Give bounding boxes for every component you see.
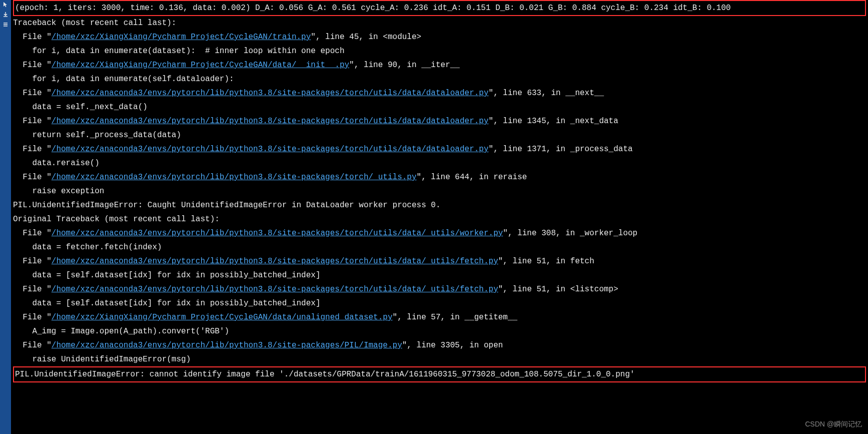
file-suffix: ", line 57, in __getitem__ <box>393 313 518 322</box>
highlighted-header-box: (epoch: 1, iters: 3000, time: 0.136, dat… <box>13 0 866 16</box>
highlighted-error-box: PIL.UnidentifiedImageError: cannot ident… <box>13 366 866 382</box>
file-suffix: ", line 633, in __next__ <box>489 89 604 98</box>
file-path-link[interactable]: /home/xzc/anaconda3/envs/pytorch/lib/pyt… <box>52 145 489 154</box>
left-sidebar <box>0 0 11 434</box>
file-path-link[interactable]: /home/xzc/anaconda3/envs/pytorch/lib/pyt… <box>52 89 489 98</box>
file-prefix: File " <box>13 285 52 294</box>
file-prefix: File " <box>13 341 52 350</box>
traceback-file-line: File "/home/xzc/anaconda3/envs/pytorch/l… <box>13 142 866 156</box>
file-prefix: File " <box>13 257 52 266</box>
traceback-file-line: File "/home/xzc/anaconda3/envs/pytorch/l… <box>13 254 866 268</box>
file-suffix: ", line 90, in __iter__ <box>349 61 460 70</box>
traceback-code-line: return self._process_data(data) <box>13 128 866 142</box>
file-path-link[interactable]: /home/xzc/anaconda3/envs/pytorch/lib/pyt… <box>52 229 503 238</box>
file-suffix: ", line 1345, in _next_data <box>489 117 618 126</box>
file-path-link[interactable]: /home/xzc/anaconda3/envs/pytorch/lib/pyt… <box>52 257 498 266</box>
traceback-header: Traceback (most recent call last): <box>13 16 866 30</box>
file-path-link[interactable]: /home/xzc/anaconda3/envs/pytorch/lib/pyt… <box>52 117 489 126</box>
file-path-link[interactable]: /home/xzc/anaconda3/envs/pytorch/lib/pyt… <box>52 341 402 350</box>
traceback-code-line: data = self._next_data() <box>13 100 866 114</box>
traceback-file-line: File "/home/xzc/anaconda3/envs/pytorch/l… <box>13 86 866 100</box>
file-suffix: ", line 51, in <listcomp> <box>498 285 618 294</box>
traceback-code-line: A_img = Image.open(A_path).convert('RGB'… <box>13 324 866 338</box>
traceback-code-line: raise UnidentifiedImageError(msg) <box>13 352 866 366</box>
watermark: CSDN @瞬间记忆 <box>805 417 862 431</box>
traceback-file-line: File "/home/xzc/XiangXiang/Pycharm_Proje… <box>13 30 866 44</box>
cursor-icon[interactable] <box>2 1 9 8</box>
file-path-link[interactable]: /home/xzc/XiangXiang/Pycharm_Project/Cyc… <box>52 61 349 70</box>
traceback-code-line: data = [self.dataset[idx] for idx in pos… <box>13 296 866 310</box>
file-prefix: File " <box>13 145 52 154</box>
file-suffix: ", line 3305, in open <box>402 341 503 350</box>
training-stats-line: (epoch: 1, iters: 3000, time: 0.136, dat… <box>15 1 864 15</box>
file-suffix: ", line 51, in fetch <box>498 257 594 266</box>
traceback-code-line: data.reraise() <box>13 156 866 170</box>
traceback-code-line: data = fetcher.fetch(index) <box>13 240 866 254</box>
file-prefix: File " <box>13 313 52 322</box>
file-path-link[interactable]: /home/xzc/anaconda3/envs/pytorch/lib/pyt… <box>52 173 417 182</box>
traceback-code-line: for i, data in enumerate(self.dataloader… <box>13 72 866 86</box>
file-suffix: ", line 45, in <module> <box>311 33 421 42</box>
error-caught-line: PIL.UnidentifiedImageError: Caught Unide… <box>13 198 866 212</box>
original-traceback-header: Original Traceback (most recent call las… <box>13 212 866 226</box>
file-path-link[interactable]: /home/xzc/XiangXiang/Pycharm_Project/Cyc… <box>52 313 393 322</box>
file-prefix: File " <box>13 61 52 70</box>
file-suffix: ", line 644, in reraise <box>417 173 527 182</box>
traceback-file-line: File "/home/xzc/anaconda3/envs/pytorch/l… <box>13 282 866 296</box>
file-prefix: File " <box>13 33 52 42</box>
terminal-output: (epoch: 1, iters: 3000, time: 0.136, dat… <box>11 0 868 434</box>
traceback-file-line: File "/home/xzc/XiangXiang/Pycharm_Proje… <box>13 310 866 324</box>
traceback-file-line: File "/home/xzc/XiangXiang/Pycharm_Proje… <box>13 58 866 72</box>
final-error-line: PIL.UnidentifiedImageError: cannot ident… <box>15 367 864 381</box>
traceback-file-line: File "/home/xzc/anaconda3/envs/pytorch/l… <box>13 170 866 184</box>
traceback-file-line: File "/home/xzc/anaconda3/envs/pytorch/l… <box>13 226 866 240</box>
traceback-code-line: for i, data in enumerate(dataset): # inn… <box>13 44 866 58</box>
file-prefix: File " <box>13 89 52 98</box>
list-icon[interactable] <box>2 21 9 28</box>
traceback-file-line: File "/home/xzc/anaconda3/envs/pytorch/l… <box>13 338 866 352</box>
file-prefix: File " <box>13 229 52 238</box>
file-path-link[interactable]: /home/xzc/anaconda3/envs/pytorch/lib/pyt… <box>52 285 498 294</box>
traceback-code-line: data = [self.dataset[idx] for idx in pos… <box>13 268 866 282</box>
file-prefix: File " <box>13 173 52 182</box>
traceback-code-line: raise exception <box>13 184 866 198</box>
file-path-link[interactable]: /home/xzc/XiangXiang/Pycharm_Project/Cyc… <box>52 33 311 42</box>
file-suffix: ", line 308, in _worker_loop <box>503 229 637 238</box>
traceback-file-line: File "/home/xzc/anaconda3/envs/pytorch/l… <box>13 114 866 128</box>
file-prefix: File " <box>13 117 52 126</box>
file-suffix: ", line 1371, in _process_data <box>489 145 633 154</box>
download-icon[interactable] <box>2 11 9 18</box>
